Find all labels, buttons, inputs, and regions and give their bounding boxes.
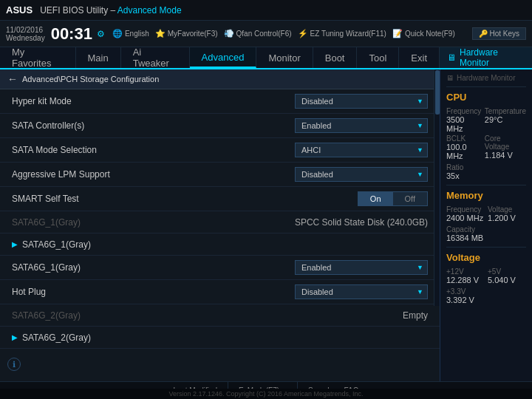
p5v-value: 5.040 V: [488, 276, 526, 284]
memory-section-title: Memory: [446, 190, 526, 201]
cpu-corev-label: Core Voltage: [485, 134, 526, 151]
note-icon: 📝: [392, 29, 403, 38]
p33v-row: +3.3V 3.392 V: [446, 287, 526, 304]
tab-my-favorites[interactable]: My Favorites: [0, 47, 76, 68]
nav-tabs: My Favorites Main Ai Tweaker Advanced Mo…: [0, 47, 532, 69]
back-button[interactable]: ←: [7, 73, 18, 85]
mem-voltage-label: Voltage: [488, 205, 526, 214]
mem-freq-value: 2400 MHz: [446, 214, 485, 222]
setting-label: SATA6G_2(Gray): [12, 310, 403, 321]
star-icon: ⭐: [155, 29, 166, 38]
table-row: Aggressive LPM Support DisabledEnabled: [0, 163, 440, 187]
setting-label: Aggressive LPM Support: [12, 169, 295, 180]
lpm-dropdown-wrapper: DisabledEnabled: [295, 167, 428, 182]
tab-exit[interactable]: Exit: [399, 47, 440, 68]
top-bar: ASUS UEFI BIOS Utility – Advanced Mode: [0, 0, 532, 21]
setting-value: Empty: [403, 310, 428, 321]
hotplug-dropdown-wrapper: DisabledEnabled: [295, 284, 428, 299]
table-row: SMART Self Test On Off: [0, 187, 440, 211]
header-row: 11/02/2016 Wednesday 00:31 ⚙ 🌐 English ⭐…: [0, 21, 532, 47]
cpu-ratio-row: Ratio 35x: [446, 163, 526, 180]
aggressive-lpm-select[interactable]: DisabledEnabled: [295, 167, 428, 182]
hotkeys-button[interactable]: 🔑 Hot Keys: [472, 27, 526, 40]
main-content: ← Advanced\PCH Storage Configuration Hyp…: [0, 69, 532, 381]
setting-label: Hot Plug: [12, 287, 295, 297]
header-shortcuts: 🌐 English ⭐ MyFavorite(F3) 💨 Qfan Contro…: [112, 27, 526, 40]
cpu-freq-value: 3500 MHz: [446, 115, 482, 133]
sata-controllers-select[interactable]: EnabledDisabled: [295, 118, 428, 133]
table-row: SATA6G_1(Gray) SPCC Solid State Disk (24…: [0, 211, 440, 233]
mem-voltage-value: 1.200 V: [488, 214, 526, 222]
left-panel: ← Advanced\PCH Storage Configuration Hyp…: [0, 69, 440, 381]
voltage-data-grid: +12V 12.288 V +5V 5.040 V: [446, 267, 526, 284]
toggle-on-button[interactable]: On: [358, 192, 393, 205]
expand-arrow-icon: ▶: [12, 240, 18, 248]
qfan-shortcut[interactable]: 💨 Qfan Control(F6): [224, 29, 292, 38]
p12v-label: +12V: [446, 267, 485, 276]
hw-monitor-tab-btn[interactable]: 🖥 Hardware Monitor: [440, 47, 532, 68]
p5v-label: +5V: [488, 267, 526, 276]
cpu-bclk-label: BCLK: [446, 134, 482, 143]
table-row: SATA Controller(s) EnabledDisabled: [0, 114, 440, 138]
setting-label: Hyper kit Mode: [12, 96, 295, 106]
hyper-kit-dropdown-wrapper: DisabledEnabled: [295, 94, 428, 109]
toggle-off-button[interactable]: Off: [393, 192, 427, 205]
app-title: UEFI BIOS Utility – Advanced Mode: [40, 5, 181, 16]
setting-label: SATA6G_2(Gray): [22, 332, 428, 343]
monitor-panel-icon: 🖥: [446, 74, 454, 82]
p12v-value: 12.288 V: [446, 276, 485, 284]
scrollbar-track: [434, 69, 440, 306]
memory-data-grid: Frequency 2400 MHz Voltage 1.200 V: [446, 205, 526, 222]
time-display: 00:31: [51, 26, 92, 42]
settings-list: Hyper kit Mode DisabledEnabled SATA Cont…: [0, 89, 440, 349]
sata-ctrl-dropdown-wrapper: EnabledDisabled: [295, 118, 428, 133]
tab-main[interactable]: Main: [76, 47, 121, 68]
voltage-section-title: Voltage: [446, 252, 526, 263]
cpu-freq-label: Frequency: [446, 107, 482, 115]
eztuning-shortcut[interactable]: ⚡ EZ Tuning Wizard(F11): [298, 29, 386, 38]
table-row: SATA Mode Selection AHCIRAIDIDE: [0, 138, 440, 163]
sata6g1-dropdown-wrapper: EnabledDisabled: [295, 260, 428, 275]
setting-value: SPCC Solid State Disk (240.0GB): [295, 217, 428, 228]
asus-logo: ASUS: [6, 4, 33, 16]
setting-label: SATA6G_1(Gray): [12, 217, 295, 228]
datetime-block: 11/02/2016 Wednesday 00:31 ⚙: [6, 26, 105, 42]
cpu-corev-value: 1.184 V: [485, 151, 526, 160]
tab-boot[interactable]: Boot: [313, 47, 358, 68]
breadcrumb: ← Advanced\PCH Storage Configuration: [0, 69, 440, 89]
date-display: 11/02/2016 Wednesday: [6, 26, 45, 42]
setting-label: SATA6G_1(Gray): [12, 262, 295, 273]
tab-tool[interactable]: Tool: [357, 47, 399, 68]
tab-advanced[interactable]: Advanced: [190, 47, 257, 68]
sata-mode-dropdown-wrapper: AHCIRAIDIDE: [295, 143, 428, 157]
language-shortcut[interactable]: 🌐 English: [112, 29, 149, 38]
scrollbar-thumb[interactable]: [435, 70, 440, 115]
cpu-temp-value: 29°C: [485, 115, 526, 124]
hw-monitor-header: 🖥 Hardware Monitor: [446, 74, 526, 82]
table-row[interactable]: ▶ SATA6G_2(Gray): [0, 327, 440, 349]
table-row: Hot Plug DisabledEnabled: [0, 280, 440, 304]
favorite-shortcut[interactable]: ⭐ MyFavorite(F3): [155, 29, 218, 38]
lightning-icon: ⚡: [298, 29, 308, 38]
cpu-data-grid: Frequency 3500 MHz Temperature 29°C BCLK…: [446, 107, 526, 160]
version-bar: Version 2.17.1246. Copyright (C) 2016 Am…: [0, 389, 532, 399]
cpu-bclk-value: 100.0 MHz: [446, 143, 482, 160]
setting-label: SMART Self Test: [12, 194, 358, 204]
cpu-section-title: CPU: [446, 92, 526, 103]
settings-icon[interactable]: ⚙: [97, 29, 105, 39]
hyper-kit-mode-select[interactable]: DisabledEnabled: [295, 94, 428, 109]
hw-monitor-panel: 🖥 Hardware Monitor CPU Frequency 3500 MH…: [440, 69, 532, 381]
sata-mode-select[interactable]: AHCIRAIDIDE: [295, 143, 428, 157]
sata6g1-select[interactable]: EnabledDisabled: [295, 260, 428, 275]
info-button[interactable]: ℹ: [7, 358, 21, 371]
table-row[interactable]: ▶ SATA6G_1(Gray): [0, 233, 440, 256]
quicknote-shortcut[interactable]: 📝 Quick Note(F9): [392, 29, 455, 38]
hot-plug-select[interactable]: DisabledEnabled: [295, 284, 428, 299]
expand-arrow-icon: ▶: [12, 333, 18, 341]
tab-monitor[interactable]: Monitor: [256, 47, 313, 68]
table-row: Hyper kit Mode DisabledEnabled: [0, 89, 440, 114]
tab-ai-tweaker[interactable]: Ai Tweaker: [121, 47, 190, 68]
smart-test-toggle: On Off: [358, 191, 428, 206]
monitor-icon: 🖥: [447, 52, 456, 63]
mem-freq-label: Frequency: [446, 205, 485, 214]
